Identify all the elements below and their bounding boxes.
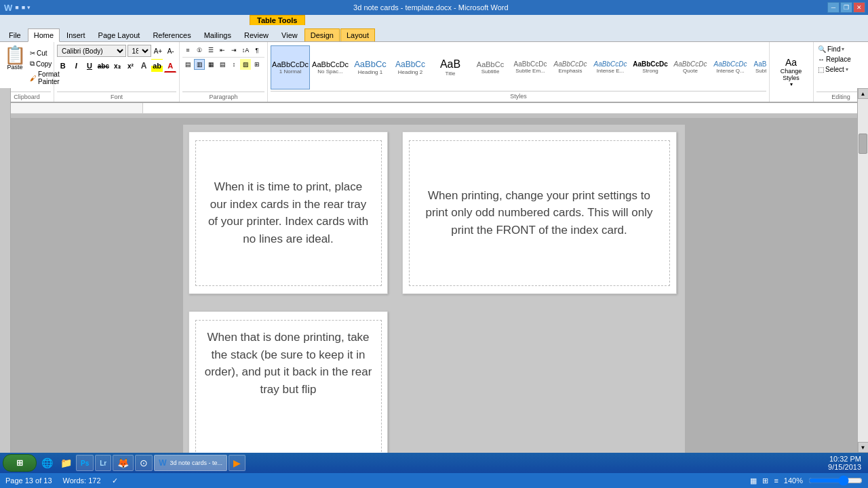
font-section: Calibri (Body) 18 A+ A- B I U abc x₂ x² … (54, 42, 180, 102)
taskbar-chrome[interactable]: ⊙ (135, 455, 153, 471)
change-styles-button[interactable]: Aa ChangeStyles ▾ (772, 48, 810, 96)
tab-home[interactable]: Home (28, 28, 60, 42)
scroll-thumb[interactable] (859, 134, 867, 154)
find-button[interactable]: 🔍 Find ▾ (816, 45, 865, 54)
style-heading1[interactable]: AaBbCc Heading 1 (351, 45, 390, 89)
restore-button[interactable]: ❐ (840, 2, 852, 13)
clock-area: 10:32 PM 9/15/2013 (828, 455, 865, 471)
document-area[interactable]: When it is time to print, place our inde… (11, 118, 857, 488)
table-tools-label: Table Tools (250, 15, 305, 25)
style-normal[interactable]: AaBbCcDc 1 Normal (271, 45, 310, 89)
style-strong[interactable]: AaBbCcDc Strong (631, 45, 670, 89)
view-web-icon[interactable]: ≡ (774, 476, 778, 485)
styles-section: AaBbCcDc 1 Normal AaBbCcDc No Spac... Aa… (268, 42, 770, 102)
line-spacing-button[interactable]: ↕ (229, 59, 239, 70)
show-hide-button[interactable]: ¶ (252, 45, 262, 56)
strikethrough-button[interactable]: abc (97, 59, 110, 73)
scroll-up-button[interactable]: ▲ (858, 88, 869, 99)
bullets-button[interactable]: ≡ (182, 45, 193, 56)
taskbar-firefox[interactable]: 🦊 (113, 455, 134, 471)
multilevel-button[interactable]: ☰ (205, 45, 216, 56)
scroll-down-button[interactable]: ▼ (858, 442, 869, 453)
tab-insert[interactable]: Insert (60, 28, 92, 41)
tab-design[interactable]: Design (304, 28, 340, 41)
style-no-spacing[interactable]: AaBbCcDc No Spac... (311, 45, 350, 89)
start-button[interactable]: ⊞ (3, 454, 37, 472)
paste-button[interactable]: 📋 Paste (3, 45, 27, 90)
sort-button[interactable]: ↕A (240, 45, 251, 56)
style-emphasis[interactable]: AaBbCcDc Emphasis (551, 45, 590, 89)
replace-button[interactable]: ↔ Replace (816, 55, 865, 64)
card2[interactable]: When printing, change your print setting… (402, 131, 677, 294)
style-title[interactable]: AaB Title (431, 45, 470, 89)
justify-button[interactable]: ▤ (217, 59, 228, 70)
text-effects-button[interactable]: A (138, 59, 150, 73)
scroll-track (858, 99, 868, 442)
card1[interactable]: When it is time to print, place our inde… (189, 131, 388, 294)
font-size-select[interactable]: 18 (127, 45, 151, 57)
tab-review[interactable]: Review (238, 28, 275, 41)
bold-button[interactable]: B (57, 59, 69, 73)
app-container: W ■ ■ ▾ 3d note cards - template.docx - … (0, 0, 868, 488)
font-section-label: Font (57, 92, 176, 100)
align-left-button[interactable]: ▤ (182, 59, 193, 70)
tab-page-layout[interactable]: Page Layout (92, 28, 146, 41)
decrease-indent-button[interactable]: ⇤ (217, 45, 228, 56)
find-icon: 🔍 (818, 45, 826, 53)
status-right: ▦ ⊞ ≡ 140% (750, 475, 863, 486)
tab-mailings[interactable]: Mailings (198, 28, 237, 41)
taskbar-explorer[interactable]: 📁 (57, 455, 75, 471)
close-button[interactable]: ✕ (853, 2, 865, 13)
style-subtitle[interactable]: AaBbCc Subtitle (471, 45, 510, 89)
word-icon: W (4, 3, 12, 13)
font-grow-button[interactable]: A+ (153, 45, 164, 57)
style-subtle-ref[interactable]: AaBbCcDc Subtle Ref... (751, 45, 766, 89)
vertical-scrollbar[interactable]: ▲ ▼ (857, 88, 868, 453)
align-center-button[interactable]: ▥ (194, 59, 205, 70)
doc-title: 3d note cards - template.docx - Microsof… (35, 3, 827, 12)
select-button[interactable]: ⬚ Select ▾ (816, 65, 865, 74)
underline-button[interactable]: U (83, 59, 96, 73)
card1-text: When it is time to print, place our inde… (205, 178, 372, 247)
font-shrink-button[interactable]: A- (165, 45, 176, 57)
increase-indent-button[interactable]: ⇥ (229, 45, 239, 56)
taskbar-word[interactable]: W 3d note cards - te... (154, 455, 227, 471)
shading-button[interactable]: ▨ (240, 59, 251, 70)
text-highlight-button[interactable]: ab (151, 59, 163, 73)
tab-references[interactable]: References (146, 28, 197, 41)
card3[interactable]: When that is done printing, take the sta… (189, 311, 388, 474)
align-right-button[interactable]: ▦ (205, 59, 216, 70)
tab-layout[interactable]: Layout (340, 28, 375, 41)
style-intense-e[interactable]: AaBbCcDc Intense E... (591, 45, 630, 89)
font-color-button[interactable]: A (164, 59, 176, 73)
taskbar-photoshop[interactable]: Ps (76, 455, 94, 471)
subscript-button[interactable]: x₂ (111, 59, 123, 73)
clock-time: 10:32 PM (829, 455, 861, 463)
font-family-select[interactable]: Calibri (Body) (57, 45, 126, 57)
card2-wrapper: When printing, change your print setting… (393, 125, 685, 304)
italic-button[interactable]: I (71, 59, 83, 73)
clock-date: 9/15/2013 (828, 463, 861, 471)
taskbar-vlc[interactable]: ▶ (229, 455, 245, 471)
tab-file[interactable]: File (3, 28, 27, 41)
zoom-slider[interactable] (808, 475, 863, 486)
numbering-button[interactable]: ① (194, 45, 205, 56)
taskbar-ie[interactable]: 🌐 (38, 455, 56, 471)
card-row-1: When it is time to print, place our inde… (183, 125, 685, 304)
paragraph-label: Paragraph (182, 92, 264, 100)
vlc-icon: ▶ (233, 458, 241, 468)
tab-view[interactable]: View (275, 28, 304, 41)
style-subtle-em[interactable]: AaBbCcDc Subtle Em... (511, 45, 550, 89)
borders-button[interactable]: ⊞ (252, 59, 262, 70)
view-print-icon[interactable]: ▦ (750, 476, 757, 485)
style-quote[interactable]: AaBbCcDc Quote (671, 45, 710, 89)
style-heading2[interactable]: AaBbCc Heading 2 (391, 45, 430, 89)
page-info: Page 13 of 13 (5, 476, 52, 485)
taskbar-lightroom[interactable]: Lr (95, 455, 111, 471)
ps-icon: Ps (81, 460, 89, 467)
minimize-button[interactable]: ─ (827, 2, 840, 13)
view-fullscreen-icon[interactable]: ⊞ (762, 476, 768, 485)
style-intense-q[interactable]: AaBbCcDc Intense Q... (711, 45, 750, 89)
change-styles-label: ChangeStyles (781, 68, 802, 81)
superscript-button[interactable]: x² (125, 59, 137, 73)
